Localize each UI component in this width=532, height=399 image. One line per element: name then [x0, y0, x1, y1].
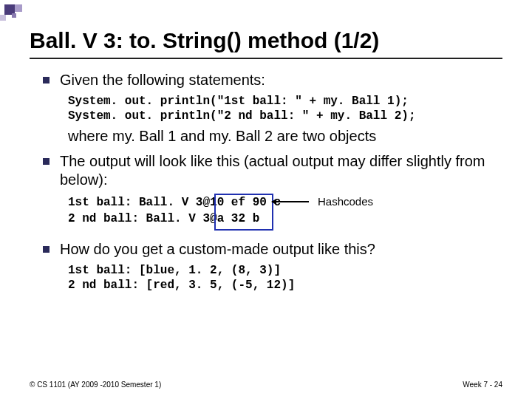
footer-right: Week 7 - 24 [463, 381, 502, 389]
bullet-text: The output will look like this (actual o… [60, 152, 502, 189]
hashcode-highlight-box [214, 194, 273, 231]
output-prefix: 2 nd ball: Ball. V 3@ [68, 212, 217, 225]
hashcode-output: 1st ball: Ball. V 3@10 ef 90 c 2 nd ball… [68, 195, 502, 227]
square-bullet-icon [43, 158, 50, 165]
output-prefix: 1st ball: Ball. V 3@ [68, 196, 210, 209]
square-bullet-icon [43, 246, 50, 253]
bullet-item: The output will look like this (actual o… [30, 152, 502, 189]
bullet-item: Given the following statements: [30, 71, 502, 89]
corner-decoration [0, 0, 30, 30]
bullet-text: How do you get a custom-made output like… [60, 240, 375, 259]
slide-content: Given the following statements: System. … [30, 71, 502, 293]
code-block: 1st ball: [blue, 1. 2, (8, 3)] 2 nd ball… [68, 263, 502, 293]
footer: © CS 1101 (AY 2009 -2010 Semester 1) Wee… [30, 381, 502, 389]
arrow-icon [272, 201, 309, 202]
square-bullet-icon [43, 77, 50, 83]
slide-title: Ball. V 3: to. String() method (1/2) [30, 28, 502, 59]
hashcodes-label: Hashcodes [318, 195, 373, 208]
code-block: System. out. println("1st ball: " + my. … [68, 94, 502, 123]
continuation-text: where my. Ball 1 and my. Ball 2 are two … [68, 128, 502, 145]
bullet-text: Given the following statements: [60, 71, 265, 89]
footer-left: © CS 1101 (AY 2009 -2010 Semester 1) [30, 381, 161, 389]
bullet-item: How do you get a custom-made output like… [30, 240, 502, 259]
